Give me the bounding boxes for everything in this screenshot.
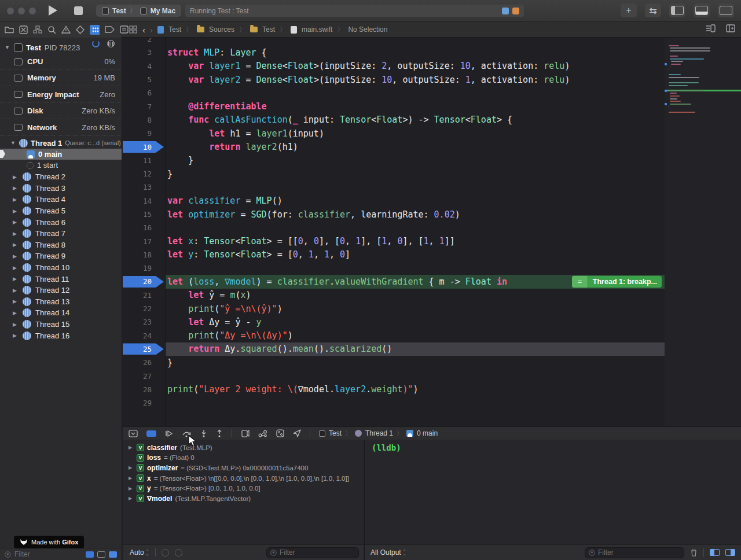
thread-row[interactable]: ▶Thread 5 bbox=[0, 205, 122, 217]
line-gutter[interactable]: 13 bbox=[123, 180, 166, 194]
variable-row-classifier[interactable]: ▶ V classifier(Test.MLP) bbox=[123, 443, 364, 453]
line-gutter[interactable]: 24 bbox=[123, 329, 166, 342]
gauges-toggle-icon[interactable] bbox=[107, 40, 115, 47]
thread-row[interactable]: ▶Thread 11 bbox=[0, 273, 122, 285]
console-filter-field[interactable] bbox=[585, 547, 684, 558]
scheme-selector[interactable]: Test 〉 My Mac bbox=[96, 5, 181, 17]
thread-row[interactable]: ▶Thread 15 bbox=[0, 319, 122, 330]
source-editor[interactable]: 23struct MLP: Layer {4 var layer1 = Dens… bbox=[123, 38, 741, 426]
line-gutter[interactable]: 11 bbox=[123, 154, 166, 167]
toggle-variables-view-icon[interactable] bbox=[710, 549, 720, 556]
stack-frame-row[interactable]: 1 start bbox=[0, 160, 122, 171]
variable-row-loss[interactable]: V loss= (Float) 0 bbox=[123, 453, 364, 463]
line-gutter[interactable]: 29 bbox=[123, 396, 166, 410]
symbol-navigator-icon[interactable] bbox=[33, 25, 42, 35]
code-line-5[interactable]: 5 var layer2 = Dense<Float>(inputSize: 1… bbox=[123, 73, 665, 86]
variables-view[interactable]: ▶ V classifier(Test.MLP) V loss= (Float)… bbox=[123, 440, 364, 544]
continue-icon[interactable] bbox=[165, 430, 173, 437]
crumb-thread[interactable]: Thread 1 bbox=[365, 429, 393, 437]
code-line-8[interactable]: 8 func callAsFunction(_ input: Tensor<Fl… bbox=[123, 113, 665, 127]
back-button[interactable]: ‹ bbox=[142, 25, 145, 35]
code-line-7[interactable]: 7 @differentiable bbox=[123, 100, 665, 113]
add-editor-icon[interactable] bbox=[726, 24, 735, 32]
breadcrumb-item[interactable]: Sources bbox=[209, 25, 234, 34]
line-gutter[interactable]: 25 bbox=[123, 342, 166, 356]
line-gutter[interactable]: 3 bbox=[123, 46, 166, 59]
line-gutter[interactable]: 4 bbox=[123, 60, 166, 73]
code-line-24[interactable]: 24 print("Δy =\n\(Δy)") bbox=[123, 329, 665, 342]
line-gutter[interactable]: 17 bbox=[123, 234, 166, 248]
code-line-14[interactable]: 14var classifier = MLP() bbox=[123, 194, 665, 208]
disclosure-triangle[interactable]: ▶ bbox=[129, 496, 134, 501]
thread-row[interactable]: ▶Thread 7 bbox=[0, 228, 122, 240]
code-line-28[interactable]: 28print("Layer 2 weight: \(∇model.layer2… bbox=[123, 383, 665, 396]
line-gutter[interactable]: 9 bbox=[123, 127, 166, 140]
line-gutter[interactable]: 10 bbox=[123, 140, 166, 153]
variables-filter-input[interactable] bbox=[280, 548, 355, 557]
gauge-row-cpu[interactable]: CPU0% bbox=[0, 54, 122, 70]
line-gutter[interactable]: 7 bbox=[123, 100, 166, 113]
close-window-button[interactable] bbox=[7, 8, 14, 14]
line-gutter[interactable]: 26 bbox=[123, 356, 166, 369]
crumb-frame[interactable]: 0 main bbox=[417, 429, 438, 437]
thread-breakpoint-badge[interactable]: =Thread 1: breakp... bbox=[572, 275, 662, 288]
issue-navigator-icon[interactable] bbox=[61, 25, 71, 35]
line-gutter[interactable]: 6 bbox=[123, 86, 166, 100]
filter-running-icon[interactable] bbox=[86, 551, 94, 558]
breadcrumb-item[interactable]: main.swift bbox=[302, 25, 332, 34]
zoom-window-button[interactable] bbox=[29, 8, 36, 14]
thread-row[interactable]: ▶Thread 6 bbox=[0, 216, 122, 228]
console-filter-input[interactable] bbox=[598, 548, 680, 557]
disclosure-triangle[interactable]: ▶ bbox=[129, 445, 134, 450]
variable-row-y[interactable]: ▶ V y= (Tensor<Float>) [0.0, 1.0, 1.0, 0… bbox=[123, 483, 364, 493]
console-output-popup[interactable]: All Output⌃⌄ bbox=[370, 548, 406, 557]
step-into-icon[interactable] bbox=[200, 429, 207, 437]
toggle-debug-area-button[interactable] bbox=[694, 3, 710, 17]
related-items-icon[interactable] bbox=[128, 25, 138, 35]
filter-stack-icon[interactable] bbox=[97, 551, 105, 558]
variable-row-∇model[interactable]: ▶ V ∇model(Test.MLP.TangentVector) bbox=[123, 493, 364, 504]
disclosure-triangle[interactable]: ▶ bbox=[129, 486, 134, 491]
navigator-filter-input[interactable]: Filter bbox=[14, 550, 30, 558]
thread-row[interactable]: ▶Thread 12 bbox=[0, 285, 122, 296]
code-line-21[interactable]: 21 let ŷ = m(x) bbox=[123, 289, 665, 302]
breadcrumb-item[interactable]: No Selection bbox=[348, 25, 387, 34]
run-button[interactable] bbox=[49, 5, 57, 16]
line-gutter[interactable]: 19 bbox=[123, 261, 166, 275]
adjust-editor-options-icon[interactable] bbox=[706, 24, 716, 32]
line-gutter[interactable]: 23 bbox=[123, 315, 166, 329]
memory-graph-icon[interactable] bbox=[258, 430, 267, 437]
line-gutter[interactable]: 18 bbox=[123, 248, 166, 261]
hide-debug-area-icon[interactable] bbox=[129, 430, 138, 437]
code-line-3[interactable]: 3struct MLP: Layer { bbox=[123, 46, 665, 59]
variable-row-x[interactable]: ▶ V x= (Tensor<Float>) \n[[0.0, 0.0],\n … bbox=[123, 473, 364, 484]
code-line-22[interactable]: 22 print("ŷ =\n\(ŷ)") bbox=[123, 302, 665, 315]
toggle-navigator-button[interactable] bbox=[669, 3, 685, 17]
gauge-row-network[interactable]: NetworkZero KB/s bbox=[0, 120, 122, 136]
line-gutter[interactable]: 5 bbox=[123, 73, 166, 86]
code-line-27[interactable]: 27 bbox=[123, 369, 665, 382]
code-line-16[interactable]: 16 bbox=[123, 221, 665, 234]
stack-frame-row[interactable]: 0 main bbox=[0, 149, 122, 160]
console-view[interactable]: (lldb) bbox=[364, 440, 741, 544]
thread-row[interactable]: ▶Thread 16 bbox=[0, 330, 122, 341]
view-hierarchy-icon[interactable] bbox=[241, 429, 250, 437]
code-line-17[interactable]: 17let x: Tensor<Float> = [[0, 0], [0, 1]… bbox=[123, 234, 665, 248]
flag-filter-icon[interactable] bbox=[162, 549, 169, 557]
disclosure-triangle[interactable]: ▼ bbox=[5, 45, 10, 50]
stop-button[interactable] bbox=[74, 6, 83, 15]
debug-navigator-icon-selected[interactable] bbox=[90, 25, 100, 35]
editor-minimap[interactable] bbox=[665, 38, 741, 426]
variables-filter-field[interactable] bbox=[266, 547, 359, 558]
thread-row[interactable]: ▶Thread 10 bbox=[0, 262, 122, 274]
issues-icon[interactable] bbox=[502, 8, 509, 14]
info-filter-icon[interactable] bbox=[175, 549, 182, 557]
code-line-20[interactable]: 20let (loss, ∇model) = classifier.valueW… bbox=[123, 275, 665, 288]
thread-row[interactable]: ▶Thread 13 bbox=[0, 296, 122, 308]
build-icon[interactable] bbox=[512, 8, 519, 14]
breakpoint-navigator-icon[interactable] bbox=[105, 25, 115, 35]
simulate-location-icon[interactable] bbox=[293, 429, 301, 437]
gauge-row-disk[interactable]: DiskZero KB/s bbox=[0, 103, 122, 119]
toggle-inspector-button[interactable] bbox=[718, 3, 734, 17]
step-out-icon[interactable] bbox=[216, 429, 223, 437]
